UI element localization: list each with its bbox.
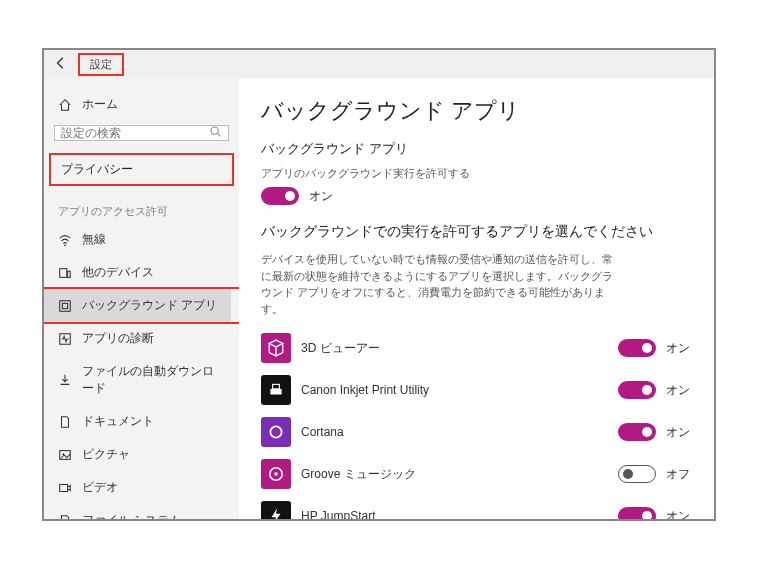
sidebar-item-diagnostics[interactable]: アプリの診断 (44, 322, 168, 355)
app-icon (261, 375, 291, 405)
svg-rect-12 (273, 384, 280, 389)
sidebar-item-label: ピクチャ (82, 446, 130, 463)
app-toggle[interactable] (618, 423, 656, 441)
svg-rect-11 (270, 389, 281, 395)
sidebar-item-document[interactable]: ドキュメント (44, 405, 168, 438)
search-icon (209, 125, 222, 141)
svg-rect-10 (60, 484, 68, 491)
search-input[interactable] (61, 126, 222, 140)
back-arrow-icon (54, 56, 68, 70)
titlebar: 設定 (44, 50, 714, 78)
sidebar: ホーム プライバシー アプリのアクセス許可 無線他のデバイスバックグラウンド ア… (44, 78, 239, 519)
master-toggle[interactable] (261, 187, 299, 205)
sidebar-item-wireless[interactable]: 無線 (44, 223, 120, 256)
pictures-icon (58, 448, 72, 462)
sidebar-item-label: ドキュメント (82, 413, 154, 430)
app-row: HP JumpStartオン (261, 495, 690, 519)
app-icon (261, 333, 291, 363)
sidebar-item-label: 無線 (82, 231, 106, 248)
app-name: Groove ミュージック (301, 466, 608, 483)
app-list: 3D ビューアーオンCanon Inkjet Print UtilityオンCo… (261, 327, 690, 519)
app-row: Canon Inkjet Print Utilityオン (261, 369, 690, 411)
sidebar-item-label: バックグラウンド アプリ (82, 297, 217, 314)
app-toggle[interactable] (618, 507, 656, 519)
app-icon (261, 459, 291, 489)
window-title: 設定 (78, 53, 124, 76)
section1-title: バックグラウンド アプリ (261, 140, 690, 158)
section1-desc: アプリのバックグラウンド実行を許可する (261, 166, 690, 181)
home-icon (58, 98, 72, 112)
section2-title: バックグラウンドでの実行を許可するアプリを選んでください (261, 223, 690, 241)
svg-rect-6 (62, 303, 67, 308)
app-icon (261, 417, 291, 447)
video-icon (58, 481, 72, 495)
sidebar-item-other-devices[interactable]: 他のデバイス (44, 256, 168, 289)
svg-point-13 (270, 426, 281, 437)
sidebar-item-video[interactable]: ビデオ (44, 471, 132, 504)
other-devices-icon (58, 266, 72, 280)
app-toggle[interactable] (618, 381, 656, 399)
sidebar-item-label: 他のデバイス (82, 264, 154, 281)
sidebar-nav-list: 無線他のデバイスバックグラウンド アプリアプリの診断ファイルの自動ダウンロードド… (44, 223, 239, 519)
app-name: Cortana (301, 425, 608, 439)
section2-desc: デバイスを使用していない時でも情報の受信や通知の送信を許可し、常に最新の状態を維… (261, 251, 621, 317)
sidebar-category-privacy[interactable]: プライバシー (49, 153, 234, 186)
svg-point-2 (64, 244, 66, 246)
svg-rect-5 (60, 300, 71, 311)
search-input-wrap[interactable] (54, 125, 229, 141)
sidebar-item-label: ファイルの自動ダウンロード (82, 363, 225, 397)
app-toggle-label: オフ (666, 466, 690, 483)
window-body: ホーム プライバシー アプリのアクセス許可 無線他のデバイスバックグラウンド ア… (44, 78, 714, 519)
sidebar-item-download[interactable]: ファイルの自動ダウンロード (44, 355, 239, 405)
app-icon (261, 501, 291, 519)
svg-rect-3 (60, 268, 67, 277)
svg-line-1 (218, 134, 221, 137)
app-row: Cortanaオン (261, 411, 690, 453)
sidebar-item-label: ビデオ (82, 479, 118, 496)
filesystem-icon (58, 514, 72, 520)
sidebar-item-pictures[interactable]: ピクチャ (44, 438, 144, 471)
main-panel: バックグラウンド アプリ バックグラウンド アプリ アプリのバックグラウンド実行… (239, 78, 714, 519)
app-row: 3D ビューアーオン (261, 327, 690, 369)
page-heading: バックグラウンド アプリ (261, 96, 690, 126)
app-toggle-label: オン (666, 382, 690, 399)
app-row: Groove ミュージックオフ (261, 453, 690, 495)
app-name: Canon Inkjet Print Utility (301, 383, 608, 397)
sidebar-home[interactable]: ホーム (44, 90, 239, 119)
wireless-icon (58, 233, 72, 247)
sidebar-section-label: アプリのアクセス許可 (44, 194, 239, 223)
app-toggle[interactable] (618, 465, 656, 483)
sidebar-home-label: ホーム (82, 96, 118, 113)
back-button[interactable] (54, 56, 68, 73)
app-name: HP JumpStart (301, 509, 608, 519)
app-toggle-label: オン (666, 424, 690, 441)
download-icon (58, 373, 72, 387)
diagnostics-icon (58, 332, 72, 346)
app-toggle-label: オン (666, 508, 690, 520)
svg-rect-4 (68, 271, 71, 277)
sidebar-item-label: ファイル システム (82, 512, 181, 519)
master-toggle-label: オン (309, 188, 333, 205)
background-apps-icon (58, 299, 72, 313)
sidebar-item-filesystem[interactable]: ファイル システム (44, 504, 195, 519)
document-icon (58, 415, 72, 429)
app-toggle[interactable] (618, 339, 656, 357)
settings-window: 設定 ホーム プライバシー アプリのアクセス許可 無線他のデバイスバックグラウン… (42, 48, 716, 521)
svg-point-0 (211, 127, 218, 134)
app-name: 3D ビューアー (301, 340, 608, 357)
app-toggle-label: オン (666, 340, 690, 357)
sidebar-item-label: アプリの診断 (82, 330, 154, 347)
svg-point-15 (274, 472, 277, 475)
sidebar-item-background-apps[interactable]: バックグラウンド アプリ (44, 289, 231, 322)
